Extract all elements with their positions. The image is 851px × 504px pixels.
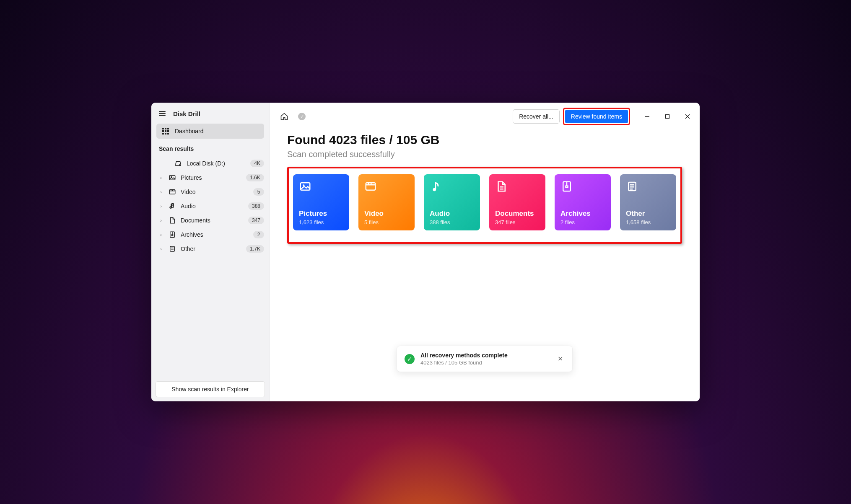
minimize-button[interactable]	[638, 110, 657, 123]
sidebar-header: Disk Drill	[151, 103, 269, 124]
chevron-right-icon: ›	[158, 232, 164, 237]
category-card-archives[interactable]: Archives2 files	[555, 174, 611, 230]
count-badge: 4K	[250, 160, 264, 167]
category-card-audio[interactable]: Audio388 files	[424, 174, 480, 230]
count-badge: 2	[253, 231, 264, 238]
toast-check-icon: ✓	[405, 354, 415, 364]
sidebar-item-video[interactable]: ›Video5	[151, 185, 269, 199]
category-card-pictures[interactable]: Pictures1,623 files	[293, 174, 349, 230]
sidebar-item-picture[interactable]: ›Pictures1.6K	[151, 171, 269, 185]
svg-point-0	[179, 165, 180, 165]
dashboard-grid-icon	[162, 128, 169, 134]
svg-point-25	[433, 188, 436, 191]
found-subtitle: Scan completed successfully	[287, 150, 682, 159]
sidebar-footer: Show scan results in Explorer	[151, 377, 269, 401]
count-badge: 347	[248, 217, 264, 224]
archives-icon	[560, 180, 605, 197]
card-title: Documents	[495, 209, 540, 218]
sidebar-item-archive[interactable]: ›Archives2	[151, 227, 269, 242]
close-button[interactable]	[678, 110, 697, 123]
card-title: Video	[364, 209, 409, 218]
category-card-documents[interactable]: Documents347 files	[489, 174, 545, 230]
content-area: Found 4023 files / 105 GB Scan completed…	[270, 130, 700, 244]
app-title: Disk Drill	[173, 110, 200, 117]
svg-point-8	[170, 207, 171, 208]
card-title: Archives	[560, 209, 605, 218]
count-badge: 388	[248, 202, 264, 210]
sidebar-item-audio[interactable]: ›Audio388	[151, 199, 269, 213]
audio-icon	[168, 202, 176, 210]
svg-rect-11	[172, 235, 173, 235]
category-card-video[interactable]: Video5 files	[358, 174, 415, 230]
window-controls	[638, 110, 697, 123]
svg-rect-30	[566, 186, 568, 188]
sidebar-tree: Local Disk (D:)4K›Pictures1.6K›Video5›Au…	[151, 156, 269, 256]
sidebar: Disk Drill Dashboard Scan results Local …	[151, 103, 270, 401]
chevron-right-icon: ›	[158, 175, 164, 180]
card-subtitle: 5 files	[364, 219, 409, 225]
dashboard-label: Dashboard	[175, 128, 204, 134]
main-panel: ✓ Recover all... Review found items Foun…	[270, 103, 700, 401]
sidebar-item-label: Audio	[181, 203, 244, 209]
svg-rect-16	[666, 115, 669, 119]
count-badge: 5	[253, 188, 264, 196]
card-title: Pictures	[299, 209, 343, 218]
document-icon	[168, 217, 176, 224]
sidebar-item-disk[interactable]: Local Disk (D:)4K	[151, 156, 269, 171]
home-icon[interactable]	[278, 110, 291, 123]
pictures-icon	[299, 180, 343, 197]
chevron-right-icon: ›	[158, 189, 164, 194]
picture-icon	[168, 174, 176, 181]
card-subtitle: 388 files	[430, 219, 474, 225]
other-icon	[168, 245, 176, 253]
count-badge: 1.7K	[246, 245, 264, 253]
chevron-right-icon: ›	[158, 204, 164, 209]
sidebar-item-label: Archives	[181, 231, 249, 238]
sidebar-item-dashboard[interactable]: Dashboard	[156, 124, 264, 139]
chevron-right-icon: ›	[158, 218, 164, 223]
completion-toast: ✓ All recovery methods complete 4023 fil…	[397, 346, 573, 372]
category-cards-highlight: Pictures1,623 filesVideo5 filesAudio388 …	[287, 167, 682, 244]
maximize-button[interactable]	[658, 110, 677, 123]
sidebar-item-other[interactable]: ›Other1.7K	[151, 242, 269, 256]
category-card-other[interactable]: Other1,658 files	[620, 174, 676, 230]
card-subtitle: 2 files	[560, 219, 605, 225]
card-title: Other	[626, 209, 670, 218]
audio-icon	[430, 180, 474, 197]
card-subtitle: 1,658 files	[626, 219, 670, 225]
svg-rect-19	[301, 183, 310, 190]
other-icon	[626, 180, 670, 197]
sidebar-item-label: Other	[181, 246, 242, 252]
scan-results-heading: Scan results	[151, 139, 269, 156]
toast-subtitle: 4023 files / 105 GB found	[420, 359, 550, 366]
documents-icon	[495, 180, 540, 197]
sidebar-section: Dashboard	[151, 124, 269, 139]
card-subtitle: 347 files	[495, 219, 540, 225]
card-title: Audio	[430, 209, 474, 218]
disk-icon	[174, 160, 182, 167]
svg-rect-1	[169, 176, 175, 180]
sidebar-item-label: Pictures	[181, 174, 242, 181]
toast-body: All recovery methods complete 4023 files…	[420, 352, 550, 366]
sidebar-item-label: Local Disk (D:)	[187, 160, 246, 167]
count-badge: 1.6K	[246, 174, 264, 181]
toast-title: All recovery methods complete	[420, 352, 550, 359]
review-found-items-button[interactable]: Review found items	[565, 110, 628, 123]
video-icon	[168, 188, 176, 196]
sidebar-item-label: Documents	[181, 217, 244, 224]
archive-icon	[168, 231, 176, 238]
found-title: Found 4023 files / 105 GB	[287, 133, 682, 147]
sidebar-item-label: Video	[181, 189, 249, 195]
app-window: Disk Drill Dashboard Scan results Local …	[151, 103, 700, 401]
verified-check-icon[interactable]: ✓	[296, 110, 308, 123]
recover-all-button[interactable]: Recover all...	[513, 109, 560, 124]
hamburger-icon[interactable]	[157, 109, 167, 118]
toolbar: ✓ Recover all... Review found items	[270, 103, 700, 130]
toast-close-icon[interactable]: ✕	[556, 353, 565, 364]
video-icon	[364, 180, 409, 197]
card-subtitle: 1,623 files	[299, 219, 343, 225]
sidebar-item-document[interactable]: ›Documents347	[151, 213, 269, 227]
review-highlight: Review found items	[563, 108, 630, 125]
show-in-explorer-button[interactable]: Show scan results in Explorer	[156, 381, 265, 397]
chevron-right-icon: ›	[158, 246, 164, 251]
